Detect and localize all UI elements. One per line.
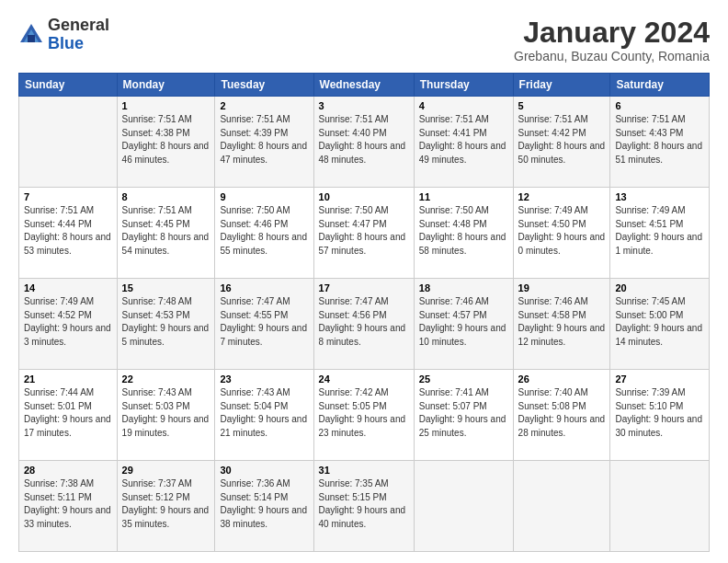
day-info: Sunrise: 7:51 AMSunset: 4:40 PMDaylight:… xyxy=(319,113,409,167)
day-info: Sunrise: 7:39 AMSunset: 5:10 PMDaylight:… xyxy=(615,386,704,440)
day-info: Sunrise: 7:41 AMSunset: 5:07 PMDaylight:… xyxy=(419,386,508,440)
day-info: Sunrise: 7:45 AMSunset: 5:00 PMDaylight:… xyxy=(615,295,704,349)
col-wednesday: Wednesday xyxy=(313,74,414,97)
day-number: 11 xyxy=(419,191,508,202)
day-info: Sunrise: 7:49 AMSunset: 4:52 PMDaylight:… xyxy=(24,295,112,349)
calendar-cell: 15Sunrise: 7:48 AMSunset: 4:53 PMDayligh… xyxy=(117,279,215,370)
day-number: 23 xyxy=(220,373,308,385)
day-number: 3 xyxy=(319,100,409,111)
calendar-cell: 27Sunrise: 7:39 AMSunset: 5:10 PMDayligh… xyxy=(610,370,710,461)
logo-general-text: General xyxy=(48,17,109,35)
header-row: Sunday Monday Tuesday Wednesday Thursday… xyxy=(19,74,710,97)
day-number: 14 xyxy=(24,282,112,293)
calendar-cell: 10Sunrise: 7:50 AMSunset: 4:47 PMDayligh… xyxy=(313,188,414,279)
calendar-cell: 1Sunrise: 7:51 AMSunset: 4:38 PMDaylight… xyxy=(117,97,215,188)
day-number: 13 xyxy=(615,191,704,202)
day-info: Sunrise: 7:51 AMSunset: 4:38 PMDaylight:… xyxy=(122,113,210,167)
day-number: 8 xyxy=(122,191,210,202)
calendar-cell: 13Sunrise: 7:49 AMSunset: 4:51 PMDayligh… xyxy=(610,188,710,279)
day-number: 5 xyxy=(518,100,606,111)
day-number: 9 xyxy=(220,191,308,202)
day-info: Sunrise: 7:47 AMSunset: 4:55 PMDaylight:… xyxy=(220,295,308,349)
day-number: 27 xyxy=(615,373,704,385)
header: General Blue January 2024 Grebanu, Buzau… xyxy=(18,17,710,63)
day-number: 18 xyxy=(419,282,508,293)
month-title: January 2024 xyxy=(514,17,710,49)
day-number: 2 xyxy=(220,100,308,111)
calendar-week-5: 28Sunrise: 7:38 AMSunset: 5:11 PMDayligh… xyxy=(19,461,710,552)
calendar-cell: 22Sunrise: 7:43 AMSunset: 5:03 PMDayligh… xyxy=(117,370,215,461)
calendar-week-1: 1Sunrise: 7:51 AMSunset: 4:38 PMDaylight… xyxy=(19,97,710,188)
day-info: Sunrise: 7:43 AMSunset: 5:03 PMDaylight:… xyxy=(122,386,210,440)
day-info: Sunrise: 7:36 AMSunset: 5:14 PMDaylight:… xyxy=(220,477,308,531)
day-number: 28 xyxy=(24,465,112,476)
day-number: 20 xyxy=(615,282,704,293)
col-thursday: Thursday xyxy=(414,74,513,97)
day-info: Sunrise: 7:46 AMSunset: 4:57 PMDaylight:… xyxy=(419,295,508,349)
calendar-week-4: 21Sunrise: 7:44 AMSunset: 5:01 PMDayligh… xyxy=(19,370,710,461)
logo-blue-text: Blue xyxy=(48,35,109,53)
day-number: 24 xyxy=(319,373,409,385)
day-number: 31 xyxy=(319,465,409,476)
calendar-cell: 3Sunrise: 7:51 AMSunset: 4:40 PMDaylight… xyxy=(313,97,414,188)
logo-icon xyxy=(18,22,44,48)
day-info: Sunrise: 7:50 AMSunset: 4:47 PMDaylight:… xyxy=(319,204,409,258)
col-monday: Monday xyxy=(117,74,215,97)
calendar-cell: 9Sunrise: 7:50 AMSunset: 4:46 PMDaylight… xyxy=(215,188,313,279)
day-info: Sunrise: 7:37 AMSunset: 5:12 PMDaylight:… xyxy=(122,477,210,531)
day-number: 16 xyxy=(220,282,308,293)
day-info: Sunrise: 7:49 AMSunset: 4:50 PMDaylight:… xyxy=(518,204,606,258)
calendar-week-2: 7Sunrise: 7:51 AMSunset: 4:44 PMDaylight… xyxy=(19,188,710,279)
day-info: Sunrise: 7:38 AMSunset: 5:11 PMDaylight:… xyxy=(24,477,112,531)
day-number: 17 xyxy=(319,282,409,293)
day-number: 21 xyxy=(24,373,112,385)
col-saturday: Saturday xyxy=(610,74,710,97)
day-info: Sunrise: 7:42 AMSunset: 5:05 PMDaylight:… xyxy=(319,386,409,440)
day-info: Sunrise: 7:51 AMSunset: 4:41 PMDaylight:… xyxy=(419,113,508,167)
col-friday: Friday xyxy=(513,74,610,97)
day-info: Sunrise: 7:35 AMSunset: 5:15 PMDaylight:… xyxy=(319,477,409,531)
calendar-cell: 2Sunrise: 7:51 AMSunset: 4:39 PMDaylight… xyxy=(215,97,313,188)
calendar-week-3: 14Sunrise: 7:49 AMSunset: 4:52 PMDayligh… xyxy=(19,279,710,370)
day-number: 6 xyxy=(615,100,704,111)
calendar-cell: 26Sunrise: 7:40 AMSunset: 5:08 PMDayligh… xyxy=(513,370,610,461)
calendar-table: Sunday Monday Tuesday Wednesday Thursday… xyxy=(18,73,710,552)
day-number: 19 xyxy=(518,282,606,293)
day-number: 7 xyxy=(24,191,112,202)
col-tuesday: Tuesday xyxy=(215,74,313,97)
calendar-cell: 18Sunrise: 7:46 AMSunset: 4:57 PMDayligh… xyxy=(414,279,513,370)
calendar-cell: 30Sunrise: 7:36 AMSunset: 5:14 PMDayligh… xyxy=(215,461,313,552)
col-sunday: Sunday xyxy=(19,74,118,97)
calendar-cell: 25Sunrise: 7:41 AMSunset: 5:07 PMDayligh… xyxy=(414,370,513,461)
calendar-cell xyxy=(610,461,710,552)
day-info: Sunrise: 7:51 AMSunset: 4:39 PMDaylight:… xyxy=(220,113,308,167)
day-info: Sunrise: 7:47 AMSunset: 4:56 PMDaylight:… xyxy=(319,295,409,349)
day-number: 29 xyxy=(122,465,210,476)
calendar-page: General Blue January 2024 Grebanu, Buzau… xyxy=(0,0,728,563)
day-info: Sunrise: 7:51 AMSunset: 4:44 PMDaylight:… xyxy=(24,204,112,258)
logo-text: General Blue xyxy=(48,17,109,53)
day-number: 26 xyxy=(518,373,606,385)
calendar-cell: 31Sunrise: 7:35 AMSunset: 5:15 PMDayligh… xyxy=(313,461,414,552)
calendar-cell: 20Sunrise: 7:45 AMSunset: 5:00 PMDayligh… xyxy=(610,279,710,370)
day-info: Sunrise: 7:51 AMSunset: 4:45 PMDaylight:… xyxy=(122,204,210,258)
day-number: 22 xyxy=(122,373,210,385)
calendar-cell: 17Sunrise: 7:47 AMSunset: 4:56 PMDayligh… xyxy=(313,279,414,370)
calendar-cell: 6Sunrise: 7:51 AMSunset: 4:43 PMDaylight… xyxy=(610,97,710,188)
day-number: 10 xyxy=(319,191,409,202)
day-info: Sunrise: 7:46 AMSunset: 4:58 PMDaylight:… xyxy=(518,295,606,349)
calendar-cell: 7Sunrise: 7:51 AMSunset: 4:44 PMDaylight… xyxy=(19,188,118,279)
calendar-cell: 24Sunrise: 7:42 AMSunset: 5:05 PMDayligh… xyxy=(313,370,414,461)
day-info: Sunrise: 7:49 AMSunset: 4:51 PMDaylight:… xyxy=(615,204,704,258)
day-number: 15 xyxy=(122,282,210,293)
day-number: 30 xyxy=(220,465,308,476)
calendar-cell: 14Sunrise: 7:49 AMSunset: 4:52 PMDayligh… xyxy=(19,279,118,370)
day-info: Sunrise: 7:40 AMSunset: 5:08 PMDaylight:… xyxy=(518,386,606,440)
calendar-cell: 5Sunrise: 7:51 AMSunset: 4:42 PMDaylight… xyxy=(513,97,610,188)
day-info: Sunrise: 7:48 AMSunset: 4:53 PMDaylight:… xyxy=(122,295,210,349)
day-info: Sunrise: 7:50 AMSunset: 4:48 PMDaylight:… xyxy=(419,204,508,258)
day-info: Sunrise: 7:50 AMSunset: 4:46 PMDaylight:… xyxy=(220,204,308,258)
day-number: 25 xyxy=(419,373,508,385)
calendar-cell xyxy=(19,97,118,188)
day-info: Sunrise: 7:51 AMSunset: 4:43 PMDaylight:… xyxy=(615,113,704,167)
